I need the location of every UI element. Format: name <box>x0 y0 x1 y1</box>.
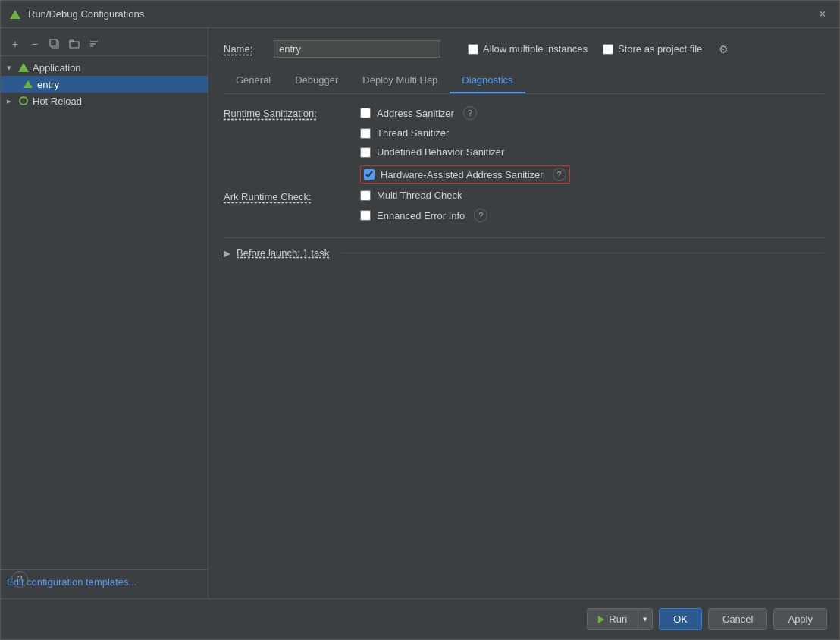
titlebar: Run/Debug Configurations × <box>1 1 839 28</box>
copy-icon <box>49 39 60 49</box>
dialog-icon <box>8 8 22 21</box>
hardware-sanitizer-text: Hardware-Assisted Address Sanitizer <box>381 169 544 180</box>
store-as-project-checkbox[interactable] <box>603 44 613 55</box>
run-button-group[interactable]: Run ▾ <box>587 608 653 630</box>
run-debug-dialog: Run/Debug Configurations × + − <box>0 0 840 640</box>
sort-icon <box>89 39 99 49</box>
sort-config-button[interactable] <box>86 36 102 52</box>
svg-rect-1 <box>50 39 57 46</box>
multi-thread-check-checkbox[interactable] <box>360 190 371 201</box>
tab-diagnostics[interactable]: Diagnostics <box>450 68 525 93</box>
folder-config-button[interactable] <box>66 36 83 52</box>
undefined-behavior-sanitizer-row: Undefined Behavior Sanitizer <box>360 146 570 158</box>
address-sanitizer-text: Address Sanitizer <box>377 108 454 119</box>
ark-runtime-checks: Multi Thread Check Enhanced Error Info ? <box>360 190 487 222</box>
entry-label: entry <box>37 79 59 90</box>
header-options: Allow multiple instances Store as projec… <box>468 43 729 55</box>
before-launch-section[interactable]: ▶ Before launch: 1 task <box>224 237 824 259</box>
sidebar: + − <box>1 28 208 598</box>
sidebar-item-application[interactable]: ▾ Application <box>1 59 208 76</box>
undefined-behavior-sanitizer-checkbox[interactable] <box>360 147 371 158</box>
multi-thread-check-row: Multi Thread Check <box>360 190 487 201</box>
application-icon <box>17 61 30 74</box>
close-button[interactable]: × <box>813 5 832 24</box>
copy-config-button[interactable] <box>46 36 63 52</box>
cancel-button[interactable]: Cancel <box>708 608 767 630</box>
runtime-sanitization-checks: Address Sanitizer ? Thread Sanitizer Und… <box>360 106 570 184</box>
right-panel: Name: Allow multiple instances Store as … <box>208 28 839 598</box>
footer: Run ▾ OK Cancel Apply <box>1 598 839 639</box>
run-dropdown-button[interactable]: ▾ <box>638 610 652 629</box>
store-as-project-label[interactable]: Store as project file <box>603 43 702 55</box>
thread-sanitizer-checkbox[interactable] <box>360 128 371 139</box>
address-sanitizer-checkbox[interactable] <box>360 108 371 118</box>
sidebar-item-entry[interactable]: entry <box>1 76 208 93</box>
settings-gear-icon[interactable]: ⚙ <box>719 43 729 55</box>
remove-config-button[interactable]: − <box>27 36 43 52</box>
allow-multiple-checkbox[interactable] <box>468 44 478 55</box>
before-launch-arrow-icon: ▶ <box>224 248 230 259</box>
folder-icon <box>69 39 80 49</box>
address-sanitizer-row: Address Sanitizer ? <box>360 106 570 120</box>
diagnostics-content: Runtime Sanitization: Address Sanitizer … <box>224 106 824 259</box>
run-triangle-icon <box>598 616 604 623</box>
dialog-title: Run/Debug Configurations <box>28 8 813 20</box>
tab-deploy-multi-hap[interactable]: Deploy Multi Hap <box>350 68 450 93</box>
run-label: Run <box>609 613 627 625</box>
sidebar-toolbar: + − <box>1 33 208 56</box>
runtime-sanitization-label: Runtime Sanitization: <box>224 106 360 119</box>
hot-reload-icon <box>17 95 30 107</box>
help-button[interactable]: ? <box>11 571 28 588</box>
entry-icon <box>22 78 34 90</box>
hot-reload-label: Hot Reload <box>33 96 82 107</box>
enhanced-error-info-help-icon[interactable]: ? <box>474 209 487 222</box>
add-config-button[interactable]: + <box>7 36 24 52</box>
hardware-sanitizer-row: Hardware-Assisted Address Sanitizer ? <box>360 165 570 184</box>
sidebar-item-hot-reload[interactable]: ▸ Hot Reload <box>1 93 208 109</box>
application-label: Application <box>33 62 81 74</box>
hardware-sanitizer-checkbox[interactable] <box>364 169 375 180</box>
runtime-sanitization-section: Runtime Sanitization: Address Sanitizer … <box>224 106 824 184</box>
hot-reload-arrow: ▸ <box>7 96 17 106</box>
thread-sanitizer-text: Thread Sanitizer <box>377 127 449 139</box>
run-main-button[interactable]: Run <box>588 609 638 629</box>
enhanced-error-info-checkbox[interactable] <box>360 210 371 221</box>
hardware-sanitizer-help-icon[interactable]: ? <box>553 168 566 181</box>
expand-arrow: ▾ <box>7 63 17 73</box>
multi-thread-check-text: Multi Thread Check <box>377 190 462 201</box>
undefined-behavior-sanitizer-text: Undefined Behavior Sanitizer <box>377 146 504 158</box>
sidebar-bottom: Edit configuration templates... <box>1 569 208 594</box>
name-input[interactable] <box>274 40 440 58</box>
ark-runtime-check-label: Ark Runtime Check: <box>224 190 360 202</box>
before-launch-text: Before launch: 1 task <box>237 247 329 259</box>
name-row: Name: Allow multiple instances Store as … <box>224 40 824 58</box>
ok-button[interactable]: OK <box>659 608 702 630</box>
name-label: Name: <box>224 43 262 55</box>
main-content: + − <box>1 28 839 598</box>
tab-debugger[interactable]: Debugger <box>283 68 350 93</box>
thread-sanitizer-row: Thread Sanitizer <box>360 127 570 139</box>
allow-multiple-label[interactable]: Allow multiple instances <box>468 43 588 55</box>
enhanced-error-info-row: Enhanced Error Info ? <box>360 209 487 222</box>
allow-multiple-text: Allow multiple instances <box>483 43 588 55</box>
enhanced-error-info-text: Enhanced Error Info <box>377 210 465 221</box>
tab-general[interactable]: General <box>224 68 283 93</box>
ark-runtime-check-section: Ark Runtime Check: Multi Thread Check En… <box>224 190 824 222</box>
tabs: General Debugger Deploy Multi Hap Diagno… <box>224 68 824 94</box>
store-as-project-text: Store as project file <box>618 43 702 55</box>
run-dropdown-icon: ▾ <box>643 614 647 623</box>
apply-button[interactable]: Apply <box>773 608 827 630</box>
address-sanitizer-help-icon[interactable]: ? <box>463 106 477 120</box>
